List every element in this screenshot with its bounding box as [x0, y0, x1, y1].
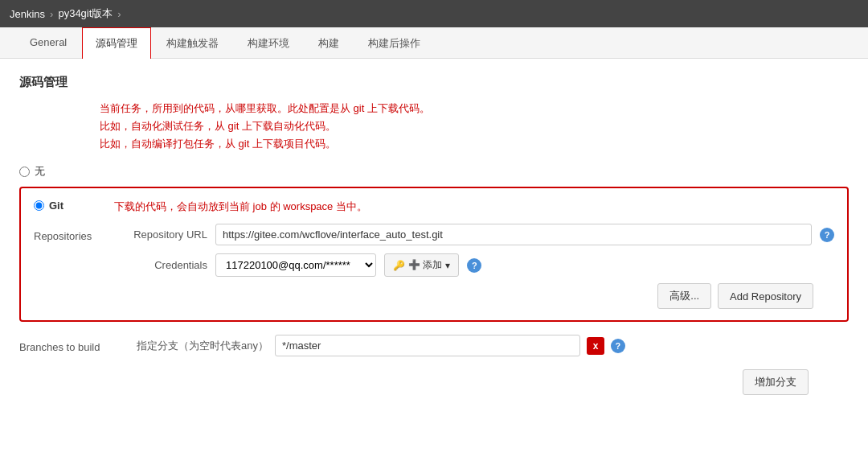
tab-triggers[interactable]: 构建触发器	[153, 27, 232, 59]
branch-specifier-input[interactable]	[275, 335, 580, 356]
credentials-select[interactable]: 117220100@qq.com/******	[215, 253, 376, 277]
tab-build[interactable]: 构建	[305, 27, 353, 59]
instruction-line3: 比如，自动编译打包任务，从 git 上下载项目代码。	[100, 138, 336, 150]
branch-entry: 指定分支（为空时代表any） x ?	[137, 335, 849, 356]
top-bar: Jenkins › py34git版本 ›	[0, 0, 868, 27]
instruction-line1: 当前任务，所用到的代码，从哪里获取。此处配置是从 git 上下载代码。	[100, 102, 430, 114]
repo-url-help-icon[interactable]: ?	[820, 228, 834, 242]
add-credentials-icon: 🔑	[393, 260, 405, 271]
credentials-help-icon[interactable]: ?	[467, 258, 481, 273]
repositories-label: Repositories	[34, 224, 106, 242]
advanced-button[interactable]: 高级...	[657, 283, 711, 309]
repo-url-label: Repository URL	[119, 228, 207, 241]
add-credentials-button[interactable]: 🔑 ➕ 添加 ▾	[384, 253, 459, 277]
tab-env[interactable]: 构建环境	[234, 27, 303, 59]
radio-none-label: 无	[35, 164, 45, 179]
git-action-row: 高级... Add Repository	[34, 283, 813, 309]
project-link[interactable]: py34git版本	[58, 6, 113, 21]
credentials-row: Credentials 117220100@qq.com/****** 🔑 ➕ …	[119, 253, 834, 277]
branches-row: Branches to build 指定分支（为空时代表any） x ? 增加分…	[19, 335, 849, 395]
radio-git[interactable]: Git	[34, 200, 98, 212]
delete-icon: x	[593, 340, 599, 352]
repositories-fields: Repository URL ? Credentials 117220100@q…	[119, 224, 834, 277]
add-branch-button[interactable]: 增加分支	[743, 369, 809, 395]
radio-git-input[interactable]	[34, 200, 44, 211]
git-header: Git 下载的代码，会自动放到当前 job 的 workspace 当中。	[34, 200, 834, 214]
jenkins-link[interactable]: Jenkins	[10, 8, 45, 20]
instruction-text: 当前任务，所用到的代码，从哪里获取。此处配置是从 git 上下载代码。 比如，自…	[100, 100, 849, 153]
branches-section: Branches to build 指定分支（为空时代表any） x ? 增加分…	[19, 335, 849, 395]
add-credentials-label: ➕ 添加	[408, 258, 442, 272]
radio-none[interactable]: 无	[19, 164, 849, 179]
git-download-text: 下载的代码，会自动放到当前 job 的 workspace 当中。	[114, 200, 367, 214]
branches-fields: 指定分支（为空时代表any） x ? 增加分支	[137, 335, 849, 395]
repo-url-input[interactable]	[215, 224, 812, 245]
repositories-section: Repositories Repository URL ? Credential…	[34, 224, 834, 277]
branch-specifier-label: 指定分支（为空时代表any）	[137, 339, 268, 353]
credentials-label: Credentials	[119, 259, 207, 271]
branches-label: Branches to build	[19, 335, 124, 353]
add-credentials-arrow: ▾	[445, 260, 450, 271]
radio-none-input[interactable]	[19, 167, 30, 177]
instruction-line2: 比如，自动化测试任务，从 git 上下载自动化代码。	[100, 120, 336, 132]
git-box: Git 下载的代码，会自动放到当前 job 的 workspace 当中。 Re…	[19, 187, 849, 322]
breadcrumb-arrow2: ›	[117, 8, 121, 20]
section-title: 源码管理	[19, 75, 849, 90]
main-content: 源码管理 当前任务，所用到的代码，从哪里获取。此处配置是从 git 上下载代码。…	[0, 59, 868, 411]
delete-branch-button[interactable]: x	[587, 337, 604, 355]
repo-url-row: Repository URL ?	[119, 224, 834, 245]
radio-group: 无	[19, 164, 849, 179]
tab-source[interactable]: 源码管理	[82, 27, 151, 59]
breadcrumb-arrow1: ›	[50, 8, 53, 20]
radio-git-label: Git	[49, 200, 63, 212]
tab-post[interactable]: 构建后操作	[354, 27, 434, 59]
tab-general[interactable]: General	[16, 27, 80, 59]
add-repository-button[interactable]: Add Repository	[718, 283, 813, 309]
tab-bar: General 源码管理 构建触发器 构建环境 构建 构建后操作	[0, 27, 868, 59]
branch-help-icon[interactable]: ?	[611, 339, 625, 353]
